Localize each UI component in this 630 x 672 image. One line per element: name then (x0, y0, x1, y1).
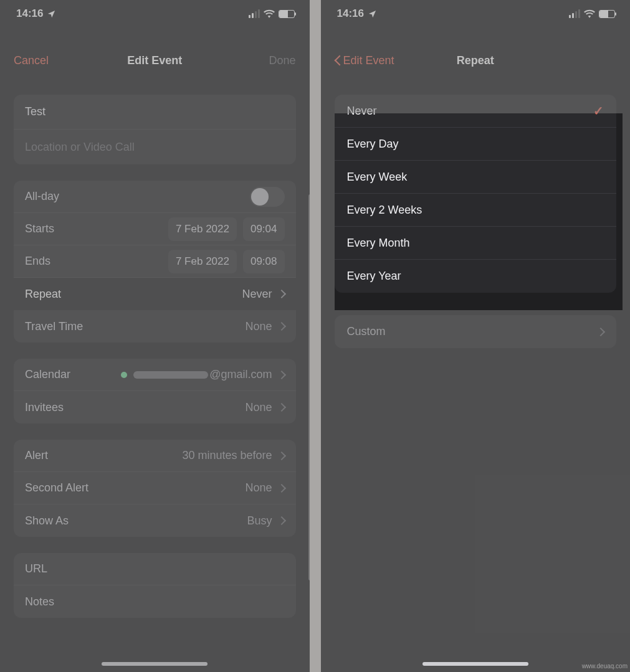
back-button[interactable]: Edit Event (335, 54, 394, 67)
second-alert-label: Second Alert (25, 481, 245, 495)
done-button[interactable]: Done (269, 54, 295, 67)
repeat-option-month[interactable]: Every Month (335, 227, 617, 260)
travel-time-label: Travel Time (25, 320, 245, 333)
status-bar: 14:16 (321, 0, 631, 27)
starts-label: Starts (25, 222, 168, 235)
status-time: 14:16 (16, 7, 43, 20)
starts-date-picker[interactable]: 7 Feb 2022 (168, 217, 237, 241)
edit-event-content[interactable]: Test Location or Video Call All-day Star… (0, 95, 310, 618)
home-indicator[interactable] (102, 662, 208, 666)
battery-icon (599, 10, 615, 18)
chevron-right-icon (279, 371, 285, 379)
dim-overlay (623, 113, 630, 310)
ends-label: Ends (25, 255, 168, 268)
group-alerts: Alert 30 minutes before Second Alert Non… (14, 440, 296, 537)
group-schedule: All-day Starts 7 Feb 2022 09:04 Ends 7 F… (14, 181, 296, 343)
back-label: Edit Event (343, 54, 394, 67)
calendar-row[interactable]: Calendar @gmail.com (14, 359, 296, 391)
chevron-right-icon (279, 484, 285, 493)
screen-edit-event: 14:16 Cancel Edit Event Done Test Lo (0, 0, 310, 672)
url-placeholder: URL (25, 562, 285, 575)
ends-row: Ends 7 Feb 2022 09:08 (14, 245, 296, 278)
chevron-right-icon (598, 328, 604, 336)
chevron-right-icon (279, 290, 285, 298)
alert-row[interactable]: Alert 30 minutes before (14, 440, 296, 472)
wifi-icon (264, 9, 275, 18)
show-as-row[interactable]: Show As Busy (14, 504, 296, 537)
nav-bar: Edit Event Repeat (321, 42, 631, 78)
travel-time-row[interactable]: Travel Time None (14, 310, 296, 343)
repeat-label: Repeat (25, 288, 242, 301)
alert-label: Alert (25, 449, 182, 462)
calendar-color-dot (121, 372, 127, 378)
battery-icon (279, 10, 295, 18)
nav-title: Repeat (403, 54, 548, 67)
chevron-right-icon (279, 403, 285, 412)
starts-time-picker[interactable]: 09:04 (243, 217, 285, 241)
repeat-options-list: Never ✓ Every Day Every Week Every 2 Wee… (335, 95, 617, 293)
repeat-option-2weeks[interactable]: Every 2 Weeks (335, 194, 617, 227)
chevron-right-icon (279, 452, 285, 460)
repeat-value: Never (242, 288, 272, 301)
location-arrow-icon (368, 9, 377, 19)
scroll-indicator[interactable] (308, 194, 310, 580)
alert-value: 30 minutes before (182, 449, 272, 462)
cell-signal-icon (569, 9, 580, 18)
show-as-value: Busy (247, 514, 272, 528)
url-input[interactable]: URL (14, 553, 296, 585)
repeat-option-day[interactable]: Every Day (335, 128, 617, 161)
cancel-button[interactable]: Cancel (14, 54, 49, 67)
chevron-right-icon (279, 322, 285, 331)
travel-time-value: None (245, 320, 272, 333)
show-as-label: Show As (25, 514, 247, 528)
repeat-custom-card: Custom (335, 315, 617, 348)
wifi-icon (584, 9, 595, 18)
notes-input[interactable]: Notes (14, 585, 296, 618)
calendar-redacted (133, 371, 208, 379)
repeat-option-never[interactable]: Never ✓ (335, 95, 617, 128)
second-alert-row[interactable]: Second Alert None (14, 472, 296, 504)
all-day-label: All-day (25, 190, 250, 203)
dim-overlay (321, 310, 631, 672)
calendar-value: @gmail.com (209, 368, 272, 381)
group-calendar: Calendar @gmail.com Invitees None (14, 359, 296, 424)
location-placeholder: Location or Video Call (25, 141, 135, 154)
screen-repeat: 14:16 Edit Event Repeat Never (321, 0, 631, 672)
group-title-location: Test Location or Video Call (14, 95, 296, 164)
invitees-value: None (245, 401, 272, 414)
ends-time-picker[interactable]: 09:08 (243, 250, 285, 273)
event-title-value: Test (25, 105, 45, 118)
ends-date-picker[interactable]: 7 Feb 2022 (168, 250, 237, 273)
watermark: www.deuaq.com (582, 663, 628, 670)
nav-title: Edit Event (82, 54, 227, 67)
starts-row: Starts 7 Feb 2022 09:04 (14, 213, 296, 245)
all-day-row: All-day (14, 181, 296, 213)
event-title-input[interactable]: Test (14, 95, 296, 130)
notes-placeholder: Notes (25, 595, 285, 608)
chevron-left-icon (335, 54, 342, 67)
repeat-option-year[interactable]: Every Year (335, 260, 617, 293)
status-time: 14:16 (337, 7, 364, 20)
dim-overlay (321, 113, 335, 310)
repeat-row[interactable]: Repeat Never (14, 278, 296, 310)
checkmark-icon: ✓ (593, 103, 604, 118)
nav-bar: Cancel Edit Event Done (0, 42, 310, 78)
all-day-toggle[interactable] (250, 187, 285, 207)
home-indicator[interactable] (422, 662, 528, 666)
invitees-row[interactable]: Invitees None (14, 391, 296, 424)
cell-signal-icon (249, 9, 260, 18)
invitees-label: Invitees (25, 401, 245, 414)
status-bar: 14:16 (0, 0, 310, 27)
location-arrow-icon (47, 9, 56, 19)
chevron-right-icon (279, 516, 285, 525)
second-alert-value: None (245, 481, 272, 495)
repeat-option-week[interactable]: Every Week (335, 161, 617, 194)
group-url-notes: URL Notes (14, 553, 296, 618)
event-location-input[interactable]: Location or Video Call (14, 130, 296, 164)
calendar-label: Calendar (25, 368, 121, 381)
repeat-option-custom[interactable]: Custom (335, 315, 617, 348)
